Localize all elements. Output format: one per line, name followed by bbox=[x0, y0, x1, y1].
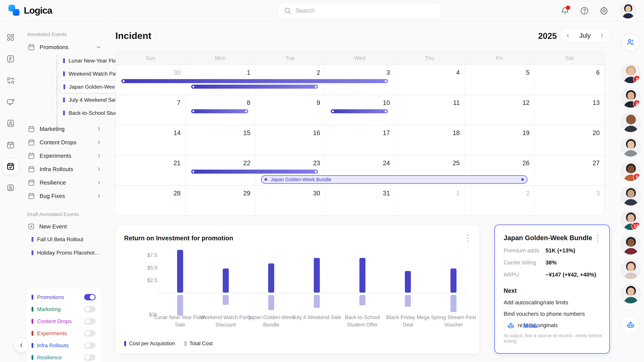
calendar-day-cell[interactable]: 2 bbox=[465, 186, 535, 216]
draft-item-1[interactable]: Fall UI Beta Rollout bbox=[28, 233, 104, 245]
calendar-event-bar[interactable] bbox=[122, 79, 388, 83]
bar-total-cost[interactable] bbox=[314, 295, 320, 308]
sidebar-item-marketing[interactable]: Marketing bbox=[25, 122, 104, 135]
bar-total-cost[interactable] bbox=[405, 295, 411, 307]
help-button[interactable] bbox=[580, 6, 589, 15]
detail-menu-button[interactable] bbox=[594, 234, 601, 243]
library-icon bbox=[6, 119, 15, 128]
new-event-button[interactable]: New Event bbox=[25, 220, 104, 233]
bar-total-cost[interactable] bbox=[223, 295, 229, 305]
calendar-day-cell[interactable]: 17 bbox=[325, 125, 395, 156]
bar-total-cost[interactable] bbox=[450, 295, 456, 312]
bar-total-cost[interactable] bbox=[177, 295, 183, 316]
robot-icon bbox=[626, 321, 635, 330]
calendar-day-cell[interactable]: 15 bbox=[186, 125, 256, 156]
y-tick: $2.5 bbox=[147, 277, 157, 283]
prev-month-button[interactable] bbox=[565, 33, 571, 38]
bar-cost-per-acquisition[interactable] bbox=[405, 271, 411, 293]
collaborator-avatar-5[interactable]: 5 bbox=[621, 162, 640, 181]
collaborator-avatar-7[interactable]: 12 bbox=[621, 211, 640, 230]
sidebar-item-content-drops[interactable]: Content Drops bbox=[25, 136, 104, 149]
calendar-day-cell[interactable]: 12 bbox=[465, 95, 535, 125]
calendar-day-cell[interactable]: 27 bbox=[534, 156, 604, 186]
collaborator-avatar-1[interactable]: 2 bbox=[621, 64, 640, 83]
legend-toggle-resilience[interactable] bbox=[84, 354, 96, 361]
brand-name: Logica bbox=[24, 5, 52, 16]
brand-logo[interactable]: Logica bbox=[8, 5, 52, 16]
rail-item-monitor[interactable] bbox=[5, 96, 16, 108]
calendar-day-cell[interactable]: 11 bbox=[395, 95, 465, 125]
calendar-day-cell[interactable]: 16 bbox=[255, 125, 325, 156]
calendar-event-bar[interactable] bbox=[191, 109, 248, 113]
search-input[interactable]: Search bbox=[278, 3, 441, 19]
agent-attribution[interactable]: Mika bbox=[504, 319, 537, 333]
calendar-day-cell[interactable]: 3 bbox=[534, 186, 604, 216]
collaborator-avatar-10[interactable] bbox=[621, 284, 640, 304]
calendar-event-bar[interactable] bbox=[191, 85, 318, 89]
weekday-sat: Sat bbox=[534, 52, 604, 65]
calendar-event-bar[interactable] bbox=[191, 170, 318, 174]
calendar-day-cell[interactable]: 4 bbox=[395, 65, 465, 95]
function-icon bbox=[6, 54, 15, 63]
draft-item-2[interactable]: Holiday Promo Placeholder bbox=[28, 247, 104, 259]
chevron-right-icon bbox=[96, 166, 102, 172]
collaborator-avatar-4[interactable] bbox=[621, 137, 640, 157]
rail-item-library[interactable] bbox=[5, 118, 16, 129]
calendar-event-highlighted[interactable]: Japan Golden-Week Bundle bbox=[261, 175, 528, 184]
sidebar-item-resilience[interactable]: Resilience bbox=[25, 176, 104, 189]
calendar-day-cell[interactable]: 1 bbox=[395, 186, 465, 216]
rail-item-contacts[interactable] bbox=[5, 182, 16, 193]
legend-toggle-content-drops[interactable] bbox=[84, 318, 96, 325]
collaborator-avatar-8[interactable] bbox=[621, 235, 640, 255]
collaborator-avatar-9[interactable] bbox=[621, 259, 640, 279]
bot-button[interactable] bbox=[622, 316, 640, 334]
calendar-day-cell[interactable]: 30 bbox=[255, 186, 325, 216]
rail-item-calendar-one[interactable] bbox=[5, 140, 16, 151]
calendar-day-cell[interactable]: 9 bbox=[255, 95, 325, 125]
people-button[interactable] bbox=[622, 33, 640, 51]
calendar-day-cell[interactable]: 7 bbox=[116, 95, 186, 125]
rail-item-dashboard[interactable] bbox=[5, 32, 16, 43]
notifications-button[interactable] bbox=[560, 6, 570, 15]
collaborator-avatar-3[interactable] bbox=[621, 113, 640, 132]
calendar-day-cell[interactable]: 5 bbox=[465, 65, 535, 95]
calendar-day-cell[interactable]: 31 bbox=[325, 186, 395, 216]
bar-cost-per-acquisition[interactable] bbox=[268, 264, 274, 293]
calendar-day-cell[interactable]: 6 bbox=[534, 65, 604, 95]
bar-cost-per-acquisition[interactable] bbox=[314, 258, 320, 293]
legend-card: PromotionsMarketingContent DropsExperime… bbox=[26, 288, 102, 362]
settings-button[interactable] bbox=[599, 6, 609, 15]
calendar-day-cell[interactable]: 19 bbox=[465, 125, 535, 156]
rail-item-flow[interactable] bbox=[5, 75, 16, 86]
calendar-day-cell[interactable]: 14 bbox=[116, 125, 186, 156]
sidebar-item-bug-fixes[interactable]: Bug Fixes bbox=[25, 189, 104, 202]
sidebar-item-experiments[interactable]: Experiments bbox=[25, 149, 104, 162]
legend-row-promotions: Promotions bbox=[32, 294, 96, 300]
legend-toggle-marketing[interactable] bbox=[84, 306, 96, 312]
user-avatar[interactable] bbox=[620, 3, 636, 19]
bar-cost-per-acquisition[interactable] bbox=[223, 269, 229, 293]
collaborator-avatar-6[interactable] bbox=[621, 186, 640, 206]
legend-toggle-promotions[interactable] bbox=[84, 294, 96, 300]
collaborator-avatar-2[interactable]: 2 bbox=[621, 88, 640, 108]
calendar-day-cell[interactable]: 29 bbox=[186, 186, 256, 216]
calendar-event-bar[interactable] bbox=[331, 109, 388, 113]
sidebar-item-infra-rollouts[interactable]: Infra Rollouts bbox=[25, 163, 104, 176]
calendar-day-cell[interactable]: 13 bbox=[534, 95, 604, 125]
bar-total-cost[interactable] bbox=[268, 295, 274, 310]
rail-item-function[interactable] bbox=[5, 53, 16, 64]
bar-cost-per-acquisition[interactable] bbox=[450, 269, 456, 293]
calendar-day-cell[interactable]: 20 bbox=[534, 125, 604, 156]
legend-toggle-infra-rollouts[interactable] bbox=[84, 342, 96, 349]
sidebar-collapse-button[interactable] bbox=[14, 338, 29, 353]
sidebar-item-promotions[interactable]: Promotions bbox=[25, 40, 104, 54]
rail-item-calendar-check[interactable] bbox=[2, 158, 18, 174]
bar-total-cost[interactable] bbox=[360, 295, 366, 305]
next-month-button[interactable] bbox=[599, 33, 605, 38]
calendar-day-cell[interactable]: 28 bbox=[116, 186, 186, 216]
bar-cost-per-acquisition[interactable] bbox=[360, 258, 366, 293]
calendar-day-cell[interactable]: 21 bbox=[116, 156, 186, 186]
bar-cost-per-acquisition[interactable] bbox=[177, 250, 183, 293]
calendar-day-cell[interactable]: 18 bbox=[395, 125, 465, 156]
legend-toggle-experiments[interactable] bbox=[84, 330, 96, 337]
